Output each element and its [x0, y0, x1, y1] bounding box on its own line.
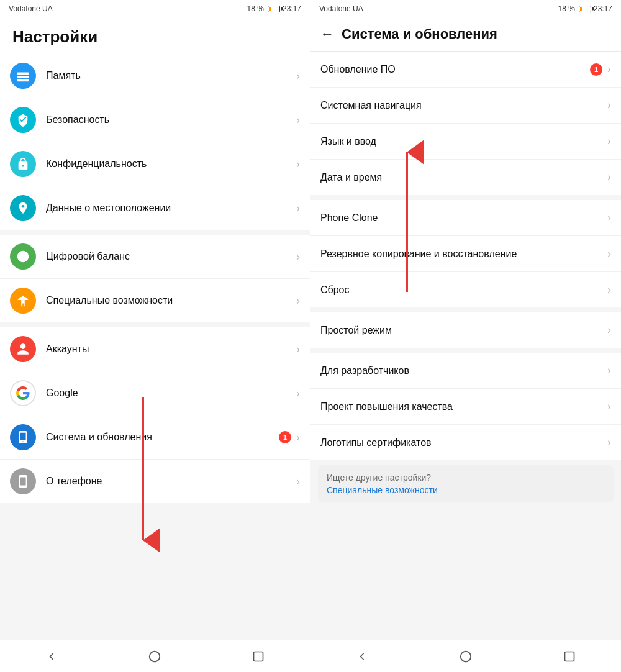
- right-home-button[interactable]: [447, 644, 484, 669]
- google-label: Google: [46, 388, 296, 399]
- left-page-title: Настройки: [0, 17, 310, 54]
- digital-chevron: ›: [296, 250, 300, 263]
- memory-icon: [10, 63, 36, 89]
- right-time: 23:17: [594, 4, 612, 13]
- sidebar-item-accounts[interactable]: Аккаунты ›: [0, 327, 310, 371]
- right-item-backup[interactable]: Резервное копирование и восстановление ›: [310, 236, 621, 272]
- left-battery-text: 18 %: [247, 4, 264, 13]
- lang-label: Язык и ввод: [320, 136, 607, 147]
- memory-label: Память: [46, 70, 296, 81]
- update-chevron: ›: [607, 63, 611, 76]
- sidebar-item-system[interactable]: Система и обновления 1 ›: [0, 415, 310, 460]
- sidebar-item-security[interactable]: Безопасность ›: [0, 98, 310, 142]
- phoneclone-chevron: ›: [607, 211, 611, 224]
- accessibility-label: Специальные возможности: [46, 295, 296, 306]
- right-item-update[interactable]: Обновление ПО 1 ›: [310, 52, 621, 88]
- about-label: О телефоне: [46, 476, 296, 487]
- left-recent-button[interactable]: [240, 644, 277, 669]
- right-item-phoneclone[interactable]: Phone Clone ›: [310, 200, 621, 236]
- svg-rect-8: [564, 652, 574, 661]
- certs-chevron: ›: [607, 436, 611, 449]
- svg-rect-1: [17, 76, 29, 78]
- sidebar-item-google[interactable]: Google ›: [0, 371, 310, 415]
- right-item-certs[interactable]: Логотипы сертификатов ›: [310, 425, 621, 460]
- sidebar-item-memory[interactable]: Память ›: [0, 54, 310, 98]
- right-panel-wrapper: Vodafone UA 18 % 23:17 ← Система и обнов…: [310, 0, 621, 672]
- location-icon: [10, 195, 36, 221]
- datetime-chevron: ›: [607, 171, 611, 184]
- accessibility-icon: [10, 288, 36, 314]
- security-icon: [10, 107, 36, 133]
- right-item-simple[interactable]: Простой режим ›: [310, 312, 621, 348]
- right-section-4: Для разработчиков › Проект повышения кач…: [310, 353, 621, 460]
- right-section-2: Phone Clone › Резервное копирование и во…: [310, 200, 621, 307]
- svg-rect-4: [253, 652, 263, 661]
- digital-label: Цифровой баланс: [46, 251, 296, 262]
- right-settings-list: Обновление ПО 1 › Системная навигация › …: [310, 52, 621, 640]
- svg-point-7: [461, 651, 471, 661]
- phoneclone-label: Phone Clone: [320, 212, 607, 224]
- sidebar-item-location[interactable]: Данные о местоположении ›: [0, 186, 310, 230]
- right-section-1: Обновление ПО 1 › Системная навигация › …: [310, 52, 621, 195]
- backup-label: Резервное копирование и восстановление: [320, 248, 607, 260]
- update-badge: 1: [590, 63, 602, 76]
- location-label: Данные о местоположении: [46, 202, 296, 214]
- right-battery-icon: [579, 6, 591, 12]
- right-section-3: Простой режим ›: [310, 312, 621, 348]
- privacy-icon: [10, 151, 36, 177]
- security-label: Безопасность: [46, 114, 296, 125]
- memory-chevron: ›: [296, 70, 300, 83]
- left-back-button[interactable]: [33, 644, 70, 669]
- sidebar-item-digital[interactable]: Цифровой баланс ›: [0, 235, 310, 279]
- simple-label: Простой режим: [320, 325, 607, 336]
- left-panel: Vodafone UA 18 % 23:17 Настройки: [0, 0, 310, 672]
- search-box-link[interactable]: Специальные возможности: [327, 485, 605, 495]
- svg-rect-0: [17, 73, 29, 75]
- right-status-bar: Vodafone UA 18 % 23:17: [310, 0, 621, 17]
- about-chevron: ›: [296, 475, 300, 488]
- privacy-chevron: ›: [296, 158, 300, 171]
- right-nav-bar: [310, 640, 621, 672]
- google-icon: [10, 380, 36, 406]
- security-chevron: ›: [296, 114, 300, 127]
- right-item-developer[interactable]: Для разработчиков ›: [310, 353, 621, 389]
- sidebar-item-accessibility[interactable]: Специальные возможности ›: [0, 279, 310, 322]
- sidebar-item-about[interactable]: О телефоне ›: [0, 460, 310, 503]
- right-item-reset[interactable]: Сброс ›: [310, 272, 621, 307]
- search-box-title: Ищете другие настройки?: [327, 473, 605, 483]
- digital-icon: [10, 243, 36, 270]
- right-header: ← Система и обновления: [310, 17, 621, 52]
- left-settings-list: Память › Безопасность ›: [0, 54, 310, 640]
- datetime-label: Дата и время: [320, 172, 607, 183]
- right-battery-text: 18 %: [558, 4, 575, 13]
- accounts-icon: [10, 336, 36, 362]
- sidebar-item-privacy[interactable]: Конфиденциальность ›: [0, 142, 310, 186]
- search-suggestion-box: Ищете другие настройки? Специальные возм…: [318, 465, 614, 502]
- left-home-button[interactable]: [136, 644, 173, 669]
- quality-label: Проект повышения качества: [320, 401, 607, 412]
- svg-rect-2: [17, 79, 29, 82]
- nav-label: Системная навигация: [320, 100, 607, 111]
- left-nav-bar: [0, 640, 310, 672]
- reset-chevron: ›: [607, 283, 611, 296]
- svg-point-3: [150, 651, 160, 661]
- system-label: Система и обновления: [46, 432, 279, 443]
- accounts-chevron: ›: [296, 343, 300, 356]
- left-section-3: Аккаунты › Google ›: [0, 327, 310, 503]
- right-page-title: Система и обновления: [342, 26, 497, 42]
- simple-chevron: ›: [607, 324, 611, 337]
- system-badge: 1: [279, 431, 291, 443]
- right-panel: Vodafone UA 18 % 23:17 ← Система и обнов…: [310, 0, 621, 672]
- right-item-datetime[interactable]: Дата и время ›: [310, 160, 621, 195]
- right-back-arrow[interactable]: ←: [320, 26, 334, 42]
- right-recent-button[interactable]: [551, 644, 588, 669]
- lang-chevron: ›: [607, 135, 611, 148]
- left-status-right: 18 % 23:17: [247, 4, 301, 13]
- left-header: Настройки: [0, 17, 310, 54]
- right-item-lang[interactable]: Язык и ввод ›: [310, 124, 621, 160]
- right-back-button[interactable]: [343, 644, 381, 669]
- about-icon: [10, 468, 36, 494]
- right-item-nav[interactable]: Системная навигация ›: [310, 88, 621, 124]
- developer-chevron: ›: [607, 364, 611, 377]
- right-item-quality[interactable]: Проект повышения качества ›: [310, 389, 621, 425]
